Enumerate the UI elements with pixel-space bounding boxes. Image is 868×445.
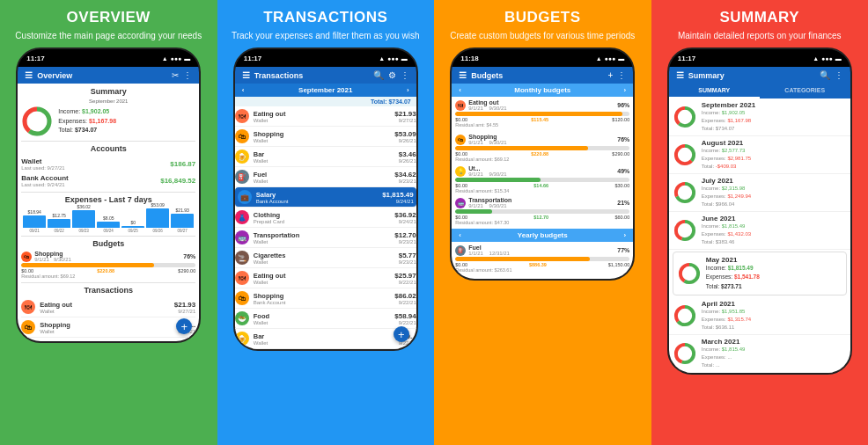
month-jun: June 2021 Income: $1,815.49 Expenses: $1… [669,212,850,250]
bar-col-3: $36.02 09/23 [72,204,95,233]
residual-util: Residual amount: $15.34 [455,188,629,193]
signal-icon-2: ●●● [387,55,399,62]
tx-icon-7: 🚌 [235,230,249,244]
search-icon[interactable]: 🔍 [373,70,384,80]
transactions-title: TRANSACTIONS [263,9,387,26]
budget-util-icon: 💡 [455,166,466,177]
budget-progress-util [455,178,629,182]
more-icon-2[interactable]: ⋮ [401,70,409,80]
panel-summary: SUMMARY Maintain detailed reports on you… [651,0,869,445]
residual-amount: Residual amount: $69.12 [21,274,195,279]
overview-subtitle: Customize the main page according your n… [15,30,202,42]
prev-year[interactable]: ‹ [459,231,461,239]
tx-12: 🍺 Bar Wallet $9... 9/22/21 [235,329,416,349]
bar-col-1: $18.94 09/21 [23,209,46,233]
search-icon-4[interactable]: 🔍 [820,70,830,80]
tx-icon-3: 🍺 [235,150,249,164]
apr-donut [673,303,697,328]
more-icon-4[interactable]: ⋮ [835,70,843,80]
tx-7: 🚌 Transportation Wallet $12.70 9/23/21 [235,228,416,248]
residual-eating: Residual amt: $4.55 [455,122,629,128]
summary-row: Income: $1,902.05 Expenses: $1,167.98 To… [21,106,195,137]
overview-screen: Summary September 2021 Income: $1,902.05… [18,84,199,341]
yearly-label: Yearly budgets [518,231,568,239]
month-jul: July 2021 Income: $2,315.98 Expenses: $1… [669,174,850,212]
budget-fuel-icon: ⛽ [455,245,466,256]
account-wallet: Wallet Last used: 9/27/21 $186.87 [21,156,195,172]
tx-icon-1: 🍽 [235,109,249,123]
summary-header: ☰ Summary 🔍 ⋮ [669,67,850,84]
menu-icon[interactable]: ☰ [25,70,33,80]
month-label: September 2021 [298,86,352,94]
bar-3 [72,210,95,228]
summary-period: September 2021 [21,98,195,104]
prev-period[interactable]: ‹ [459,86,461,94]
phone-time-4: 11:17 [678,55,695,62]
next-month[interactable]: › [407,86,409,94]
mar-donut [673,341,697,366]
account-wallet-name: Wallet [21,157,64,165]
overview-header: ☰ Overview ✂ ⋮ [18,67,199,84]
sep-donut [673,105,697,129]
menu-icon-4[interactable]: ☰ [676,70,684,80]
filter-icon[interactable]: ⚙ [388,70,396,80]
bar-col-5: $0 09/25 [121,220,144,233]
account-bank-name: Bank Account [21,174,69,182]
tx-11: 🥗 Food Wallet $58.94 9/22/21 [235,309,416,329]
phone-notch-3 [516,49,569,58]
header-title-2: Transactions [254,71,304,80]
battery-icon-3: ▬ [618,55,624,62]
header-left-2: ☰ Transactions [242,70,304,80]
tx-eating-out: 🍽 Eating out Wallet $21.93 9/27/21 [21,297,195,317]
phone-time-2: 11:17 [244,55,261,62]
bar-7 [171,214,194,228]
divider-4 [21,282,195,283]
may-donut [677,261,702,286]
header-right-4: 🔍 ⋮ [820,70,843,80]
budget-fuel-container: ⛽ Fuel 1/1/21 12/31/21 77% $0.00 [452,242,633,279]
battery-icon: ▬ [184,55,190,62]
month-sep: September 2021 Income: $1,902.05 Expense… [669,98,850,136]
summary-phone: 11:17 ▲ ●●● ▬ ☰ Summary 🔍 ⋮ SUMMARY CATE… [667,47,852,375]
status-icons-4: ▲ ●●● ▬ [813,55,842,62]
jul-donut [673,180,697,205]
budget-transport: 🚌 Transportation 9/1/21 9/30/21 21% $0.0 [455,197,629,225]
budget-progress-shopping [455,146,629,150]
budgets-title: BUDGETS [504,9,581,26]
tx-9: 🍽 Eating out Wallet $25.97 9/22/21 [235,268,416,288]
more-icon[interactable]: ⋮ [183,70,192,80]
expenses-chart: $18.94 09/21 $12.75 09/22 $36.02 09/23 $… [21,207,195,233]
residual-shopping: Residual amount: $69.12 [455,157,629,162]
signal-icon-4: ●●● [821,55,833,62]
more-icon-3[interactable]: ⋮ [617,70,626,80]
add-icon[interactable]: + [607,70,613,80]
income-label: Income: [58,108,80,114]
next-period[interactable]: › [624,86,627,94]
income-value: $1,902.05 [82,108,109,114]
budget-progress [21,263,195,267]
next-year[interactable]: › [624,231,627,239]
header-title-3: Budgets [471,71,503,80]
overview-phone: 11:17 ▲ ●●● ▬ ☰ Overview ✂ ⋮ Summary Sep… [16,47,201,343]
tab-summary[interactable]: SUMMARY [669,84,760,98]
transactions-header: ☰ Transactions 🔍 ⚙ ⋮ [235,67,416,84]
summary-donut [21,106,53,137]
phone-notch-2 [299,49,352,58]
phone-status-bar-4: 11:17 ▲ ●●● ▬ [669,49,850,67]
menu-icon-2[interactable]: ☰ [242,70,250,80]
prev-month[interactable]: ‹ [242,86,245,94]
tab-categories[interactable]: CATEGORIES [760,84,850,98]
tx-icon-6: 👗 [235,210,249,224]
tx-icon-salary: 💼 [238,190,252,204]
accounts-title: Accounts [21,144,195,153]
wifi-icon-3: ▲ [596,55,602,62]
yearly-header: ‹ Yearly budgets › [452,229,633,242]
fab-add-2[interactable]: + [394,326,409,342]
panel-transactions: TRANSACTIONS Track your expenses and fil… [217,0,435,445]
tx-salary: 💼 Salary Bank Account $1,815.49 9/24/21 [235,187,416,208]
customize-icon[interactable]: ✂ [172,70,179,80]
budget-shopping-icon: 🛍 [21,252,32,262]
menu-icon-3[interactable]: ☰ [459,70,467,80]
header-title: Overview [37,71,72,80]
wifi-icon-4: ▲ [813,55,819,62]
